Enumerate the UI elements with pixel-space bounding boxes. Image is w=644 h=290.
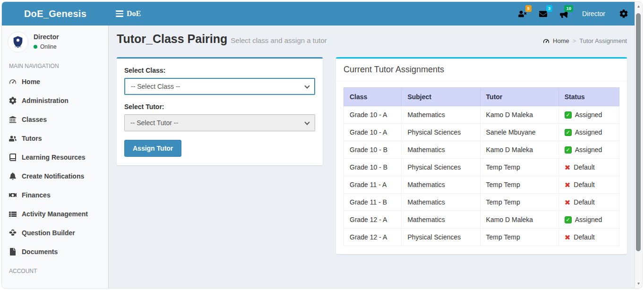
cell-class: Grade 10 - B [344,141,402,159]
sidebar-item-tutors[interactable]: Tutors [2,129,108,148]
cell-status: ✓Assigned [558,124,619,141]
toggle-label: DoE [127,9,141,18]
sidebar: Director Online MAIN NAVIGATION Home Adm… [2,26,109,288]
table-row: Grade 11 - AMathematicsTemp Temp✖Default [344,176,619,194]
assigned-check-icon: ✓ [565,129,572,136]
cell-status: ✓Assigned [558,141,619,159]
sidebar-item-finances[interactable]: Finances [2,186,108,205]
gears-icon [619,9,628,18]
default-x-icon: ✖ [565,234,571,241]
announcements-badge: 10 [564,5,573,12]
breadcrumb-home-link[interactable]: Home [553,37,569,44]
brand-logo[interactable]: DoE_Genesis [2,2,109,26]
announcements-button[interactable]: 10 [554,2,575,26]
cell-tutor: Temp Temp [480,229,558,246]
table-row: Grade 11 - BMathematicsTemp Temp✖Default [344,194,619,211]
assigned-check-icon: ✓ [565,216,572,223]
status-label: Assigned [575,128,602,136]
table-row: Grade 10 - BMathematicsKamo D Maleka✓Ass… [344,141,619,159]
default-x-icon: ✖ [565,181,571,188]
breadcrumb-current: Tutor Assignment [579,37,627,44]
status-label: Default [574,233,594,241]
cubes-icon [9,229,17,237]
dashboard-icon [9,78,17,85]
select-class-label: Select Class: [124,67,315,74]
user-notifications-button[interactable]: 5 [512,2,533,26]
users-icon [9,135,17,142]
vertical-scrollbar[interactable]: ▲ ▼ [635,2,642,288]
tutor-select[interactable]: -- Select Tutor -- [124,114,315,131]
cell-class: Grade 10 - A [344,124,402,141]
column-header-status: Status [558,88,619,106]
messages-button[interactable]: 3 [533,2,554,26]
default-x-icon: ✖ [565,164,571,171]
cell-tutor: Temp Temp [480,176,558,194]
sidebar-user-status: Online [34,43,59,50]
pairing-form-box: Select Class: -- Select Class -- Select … [117,57,323,165]
cell-class: Grade 12 - A [344,211,402,229]
assign-tutor-button[interactable]: Assign Tutor [124,140,181,157]
list-icon [9,210,17,218]
online-dot-icon [34,45,37,49]
sidebar-item-question-builder[interactable]: Question Builder [2,223,108,242]
class-select[interactable]: -- Select Class -- [124,78,315,95]
cell-status: ✖Default [558,176,619,194]
breadcrumb: Home > Tutor Assignment [543,37,627,44]
column-header-subject: Subject [402,88,480,106]
cell-subject: Mathematics [402,176,480,194]
cell-subject: Mathematics [402,211,480,229]
assigned-check-icon: ✓ [565,146,572,154]
column-header-class: Class [344,88,402,106]
cell-status: ✖Default [558,159,619,176]
top-navbar: DoE_Genesis DoE 5 3 10 Director [2,2,635,26]
cell-subject: Mathematics [402,141,480,159]
cogs-icon [9,97,17,104]
scrollbar-thumb[interactable] [636,13,641,251]
user-notifications-badge: 5 [525,5,532,12]
cell-status: ✓Assigned [558,211,619,229]
department-logo-icon [12,36,24,48]
sidebar-item-administration[interactable]: Administration [2,91,108,110]
cell-subject: Physical Sciences [402,159,480,176]
messages-badge: 3 [546,5,552,12]
hamburger-icon [116,10,123,17]
sidebar-item-classes[interactable]: Classes [2,110,108,129]
scroll-up-arrow-icon[interactable]: ▲ [635,4,642,9]
column-header-tutor: Tutor [480,88,558,106]
assignments-title: Current Tutor Assignments [336,59,627,81]
user-menu[interactable]: Director [575,2,613,26]
table-row: Grade 10 - AMathematicsKamo D Maleka✓Ass… [344,106,619,124]
sidebar-item-learning-resources[interactable]: Learning Resources [2,148,108,167]
cell-tutor: Kamo D Maleka [480,106,558,124]
cell-status: ✖Default [558,194,619,211]
sidebar-item-create-notifications[interactable]: Create Notifications [2,167,108,186]
sidebar-item-activity-management[interactable]: Activity Management [2,205,108,223]
cell-class: Grade 10 - B [344,159,402,176]
sidebar-user-name: Director [34,33,59,41]
table-row: Grade 12 - APhysical SciencesTemp Temp✖D… [344,229,619,246]
sidebar-toggle-button[interactable]: DoE [109,2,148,26]
table-row: Grade 12 - AMathematicsKamo D Maleka✓Ass… [344,211,619,229]
select-tutor-label: Select Tutor: [124,103,315,111]
page-subtitle: Select class and assign a tutor [231,36,326,44]
scroll-down-arrow-icon[interactable]: ▼ [635,281,642,286]
sidebar-item-home[interactable]: Home [2,72,108,91]
account-section-header: ACCOUNT [2,261,108,277]
cell-class: Grade 11 - A [344,176,402,194]
settings-button[interactable] [613,2,635,26]
table-row: Grade 10 - BPhysical SciencesTemp Temp✖D… [344,159,619,176]
cell-status: ✓Assigned [558,106,619,124]
cell-tutor: Kamo D Maleka [480,211,558,229]
cell-class: Grade 11 - B [344,194,402,211]
cell-subject: Mathematics [402,106,480,124]
sidebar-item-documents[interactable]: Documents [2,242,108,261]
navbar-right: 5 3 10 Director [512,2,635,26]
table-header-row: Class Subject Tutor Status [344,88,619,106]
breadcrumb-separator: > [573,37,576,44]
status-label: Default [574,163,594,171]
bank-icon [9,116,17,123]
cell-class: Grade 12 - A [344,229,402,246]
cell-tutor: Temp Temp [480,159,558,176]
status-label: Assigned [575,111,602,119]
default-x-icon: ✖ [565,199,571,206]
